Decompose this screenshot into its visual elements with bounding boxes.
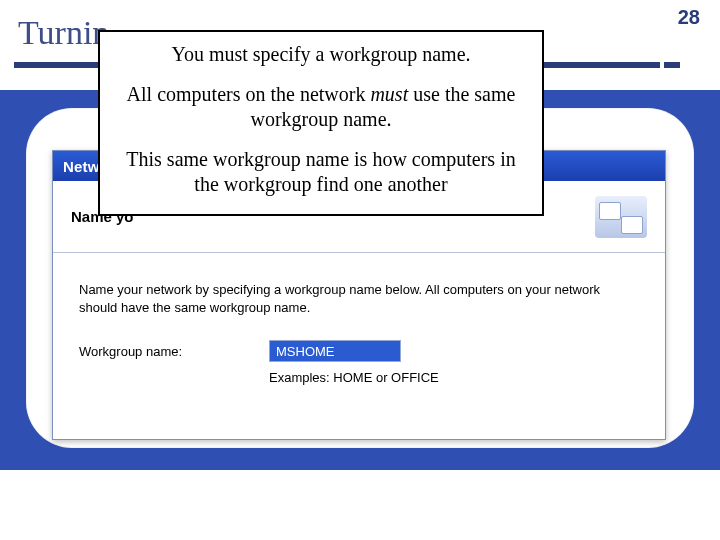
callout-line-3: This same workgroup name is how computer…: [114, 147, 528, 198]
emphasis: must: [370, 83, 408, 105]
wizard-instruction: Name your network by specifying a workgr…: [79, 281, 639, 316]
slide-number: 28: [678, 6, 700, 29]
callout-line-1: You must specify a workgroup name.: [114, 42, 528, 68]
text: All computers on the network: [127, 83, 371, 105]
callout-box: You must specify a workgroup name. All c…: [98, 30, 544, 216]
callout-line-2: All computers on the network must use th…: [114, 82, 528, 133]
workgroup-input[interactable]: [269, 340, 401, 362]
wizard-body: Name your network by specifying a workgr…: [53, 253, 665, 395]
network-computers-icon: [595, 196, 647, 238]
workgroup-examples: Examples: HOME or OFFICE: [269, 370, 639, 385]
divider: [664, 62, 680, 68]
workgroup-label: Workgroup name:: [79, 344, 269, 359]
slide-title: Turnin: [18, 14, 109, 52]
